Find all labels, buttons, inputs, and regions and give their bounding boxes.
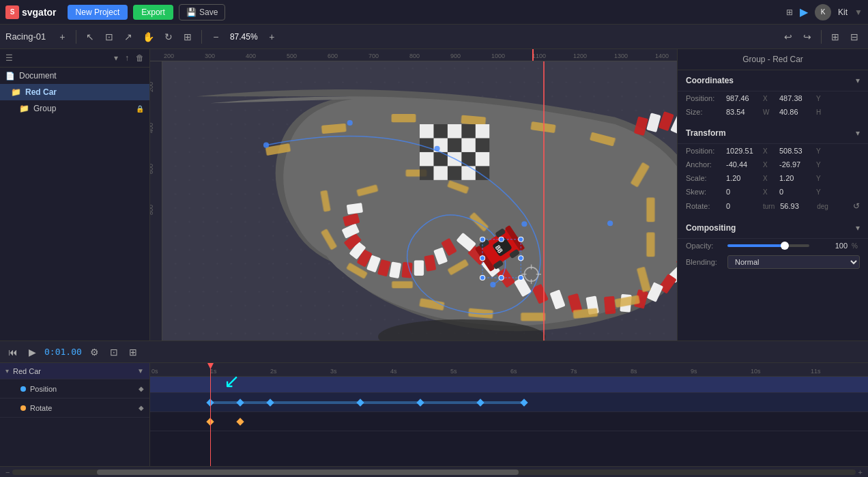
- timeline-options-button[interactable]: ⊞: [126, 345, 140, 359]
- zoom-out-button[interactable]: −: [207, 29, 224, 44]
- play-button[interactable]: ▶: [26, 345, 39, 359]
- scroll-left-button[interactable]: −: [5, 468, 10, 476]
- keyframe-pos-5-5s[interactable]: [476, 399, 484, 406]
- ruler-tick: 400: [246, 53, 256, 59]
- scale-row: Scale: 1.20 X 1.20 Y: [678, 171, 868, 185]
- skew-x[interactable]: 0: [726, 188, 760, 196]
- timeline-playhead[interactable]: [210, 363, 211, 466]
- size-h-value[interactable]: 40.86: [779, 108, 813, 116]
- save-label: Save: [199, 8, 218, 17]
- tl-position-track[interactable]: [150, 393, 868, 412]
- transform-tool-button[interactable]: ⊡: [101, 29, 117, 44]
- save-button[interactable]: 💾 Save: [179, 4, 225, 20]
- redo-button[interactable]: ↪: [799, 29, 815, 44]
- select-tool-button[interactable]: ↖: [82, 29, 98, 44]
- rotate-tool-button[interactable]: ↻: [160, 29, 177, 44]
- keyframe-pos-2s[interactable]: [266, 399, 274, 406]
- compositing-section-header[interactable]: Compositing ▾: [678, 218, 868, 239]
- svg-rect-21: [604, 296, 616, 315]
- ruler-0s: 0s: [151, 368, 158, 375]
- transform-pos-x[interactable]: 1029.51: [726, 147, 760, 155]
- keyframe-rot-1-5s[interactable]: [236, 418, 244, 425]
- svg-rect-52: [646, 197, 654, 222]
- anchor-y[interactable]: -26.97: [779, 160, 813, 169]
- anchor-x[interactable]: -40.44: [726, 160, 760, 169]
- direct-select-button[interactable]: ↗: [120, 29, 136, 44]
- align-button[interactable]: ⊞: [827, 29, 843, 44]
- keyframe-pos-4-5s[interactable]: [416, 399, 424, 406]
- play-icon[interactable]: ▶: [800, 5, 808, 18]
- tl-header-red-car[interactable]: ▾ Red Car ▼: [0, 363, 149, 379]
- coordinates-collapse-icon: ▾: [856, 76, 860, 85]
- scroll-track[interactable]: [12, 469, 855, 475]
- svg-point-83: [521, 221, 527, 227]
- header-highlight: [150, 377, 868, 392]
- scale-x[interactable]: 1.20: [726, 174, 760, 182]
- rotate-deg-value[interactable]: 56.93: [780, 202, 814, 210]
- svg-point-102: [499, 275, 504, 280]
- skew-y[interactable]: 0: [779, 188, 813, 196]
- loop-button[interactable]: ⊡: [107, 345, 121, 359]
- keyframe-pos-6-5s[interactable]: [520, 399, 527, 406]
- tl-add-keyframe-pos[interactable]: ◆: [139, 385, 144, 392]
- scale-tool-button[interactable]: ⊞: [179, 29, 196, 44]
- timeline: ⏮ ▶ 0:01.00 ⚙ ⊡ ⊞ ▾ Red Car ▼ Position ◆: [0, 341, 868, 477]
- rotate-value[interactable]: 0: [726, 202, 760, 210]
- settings-button[interactable]: ⚙: [87, 345, 102, 359]
- scroll-right-button[interactable]: +: [858, 468, 863, 476]
- compositing-label: Compositing: [686, 223, 736, 233]
- pan-tool-button[interactable]: ✋: [139, 29, 158, 44]
- layer-red-car[interactable]: 📁 Red Car: [0, 84, 149, 100]
- export-button[interactable]: Export: [133, 5, 173, 20]
- group-label: Group: [33, 104, 56, 113]
- coordinates-section-header[interactable]: Coordinates ▾: [678, 70, 868, 91]
- playhead-ruler-marker: [532, 49, 534, 61]
- layer-document[interactable]: 📄 Document: [0, 68, 149, 84]
- position-y-coord[interactable]: 487.38: [779, 94, 813, 102]
- tl-position-row[interactable]: Position ◆: [0, 379, 149, 399]
- zoom-in-button[interactable]: +: [263, 29, 280, 44]
- tl-rotate-track[interactable]: [150, 412, 868, 431]
- expand-icon[interactable]: ▾: [114, 53, 118, 63]
- svg-rect-53: [646, 233, 654, 257]
- track-rows: [150, 377, 868, 431]
- topbar-right: ⊞ ▶ K Kit ▼: [786, 4, 863, 20]
- opacity-thumb[interactable]: [781, 242, 789, 250]
- svg-rect-72: [476, 124, 489, 138]
- scroll-thumb[interactable]: [97, 469, 519, 475]
- scale-y[interactable]: 1.20: [779, 174, 813, 182]
- move-up-icon[interactable]: ↑: [125, 53, 129, 63]
- add-layer-button[interactable]: +: [54, 29, 70, 44]
- compositing-collapse-icon: ▾: [856, 223, 860, 233]
- size-w-value[interactable]: 83.54: [726, 108, 760, 116]
- opacity-value[interactable]: 100: [813, 242, 848, 250]
- go-to-start-button[interactable]: ⏮: [5, 345, 20, 359]
- position-x-coord[interactable]: 987.46: [726, 94, 760, 102]
- blending-select[interactable]: Normal: [727, 255, 860, 269]
- w-axis-label: W: [763, 109, 771, 116]
- tl-add-keyframe-rot[interactable]: ◆: [139, 404, 144, 411]
- tl-rotate-row[interactable]: Rotate ◆: [0, 399, 149, 418]
- layer-group[interactable]: 📁 Group 🔒: [0, 100, 149, 117]
- ruler-9s: 9s: [691, 368, 697, 375]
- new-project-button[interactable]: New Project: [68, 5, 128, 20]
- avatar[interactable]: K: [815, 4, 831, 20]
- tl-red-car-dropdown[interactable]: ▼: [137, 367, 144, 375]
- keyframe-pos-1-5s[interactable]: [236, 399, 244, 406]
- keyframe-pos-3-5s[interactable]: [356, 399, 364, 406]
- distribute-button[interactable]: ⊟: [846, 29, 863, 44]
- timeline-track-area[interactable]: 0s 1s 2s 3s 4s 5s 6s 7s 8s 9s 10s 11s: [150, 363, 868, 466]
- undo-button[interactable]: ↩: [780, 29, 796, 44]
- canvas-viewport[interactable]: 88: [162, 61, 677, 341]
- ruler-7s: 7s: [570, 368, 577, 375]
- delete-icon[interactable]: 🗑: [136, 53, 144, 63]
- ruler-11s: 11s: [811, 368, 821, 375]
- transform-pos-y[interactable]: 508.53: [779, 147, 813, 155]
- multiplayer-icon[interactable]: ⊞: [786, 8, 793, 17]
- opacity-slider[interactable]: [727, 244, 809, 247]
- transform-section-header[interactable]: Transform ▾: [678, 123, 868, 144]
- user-menu-icon[interactable]: ▼: [854, 8, 863, 17]
- rotate-reset-icon[interactable]: ↺: [853, 201, 860, 211]
- canvas-area[interactable]: 200 300 400 500 600 700 800 900 1000 110…: [150, 49, 677, 341]
- anchor-x-axis: X: [763, 161, 771, 169]
